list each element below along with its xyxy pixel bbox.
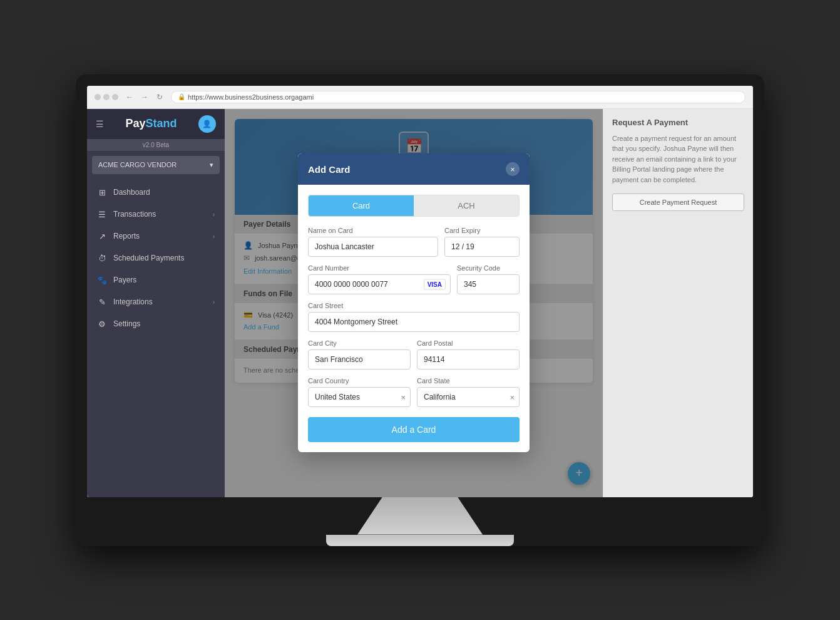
- add-card-submit-button[interactable]: Add a Card: [308, 417, 520, 442]
- card-expiry-group: Card Expiry: [444, 227, 520, 257]
- card-city-input[interactable]: [308, 349, 411, 369]
- card-postal-input[interactable]: [417, 349, 520, 369]
- card-number-label: Card Number: [308, 264, 451, 272]
- card-city-group: Card City: [308, 339, 411, 369]
- card-state-input[interactable]: [417, 387, 520, 407]
- browser-btn-close[interactable]: [95, 94, 101, 100]
- chevron-right-icon: ›: [213, 211, 215, 218]
- sidebar-item-label: Scheduled Payments: [113, 254, 184, 262]
- browser-nav: ← → ↻: [123, 91, 166, 103]
- modal-body: Card ACH Name on Card Card Expir: [298, 185, 530, 452]
- monitor-base: [326, 535, 514, 546]
- card-city-label: Card City: [308, 339, 411, 347]
- sidebar-header: ☰ PayStand 👤: [87, 109, 225, 139]
- modal-tabs: Card ACH: [308, 195, 520, 217]
- card-street-input[interactable]: [308, 312, 520, 332]
- user-avatar-icon[interactable]: 👤: [198, 115, 216, 133]
- city-postal-row: Card City Card Postal: [308, 339, 520, 369]
- right-panel-description: Create a payment request for an amount t…: [612, 133, 744, 185]
- clock-icon: ⏱: [97, 254, 107, 263]
- tab-ach[interactable]: ACH: [414, 195, 519, 216]
- browser-btn-max[interactable]: [112, 94, 118, 100]
- back-button[interactable]: ←: [123, 91, 136, 103]
- country-state-row: Card Country × Card State: [308, 377, 520, 407]
- cardnum-security-row: Card Number VISA Security Code: [308, 264, 520, 294]
- sidebar-item-label: Dashboard: [113, 188, 150, 197]
- card-postal-group: Card Postal: [417, 339, 520, 369]
- security-code-group: Security Code: [457, 264, 520, 294]
- card-country-label: Card Country: [308, 377, 411, 385]
- url-text: https://www.business2business.orgagami: [188, 93, 314, 101]
- right-panel: Request A Payment Create a payment reque…: [603, 109, 753, 497]
- visa-badge: VISA: [424, 279, 446, 290]
- vendor-selector[interactable]: ACME CARGO VENDOR ▾: [92, 156, 220, 174]
- security-code-label: Security Code: [457, 264, 520, 272]
- main-content: 📅 Customer Lifespan 0 y 10 m 7 d Payer D…: [225, 109, 603, 497]
- monitor-screen: ← → ↻ 🔒 https://www.business2business.or…: [87, 86, 753, 497]
- sidebar-item-payers[interactable]: 🐾 Payers: [87, 269, 225, 291]
- payers-icon: 🐾: [97, 276, 107, 285]
- browser-url-bar[interactable]: 🔒 https://www.business2business.orgagami: [171, 91, 745, 103]
- card-number-group: Card Number VISA: [308, 264, 451, 294]
- browser-chrome: ← → ↻ 🔒 https://www.business2business.or…: [87, 86, 753, 109]
- lock-icon: 🔒: [178, 93, 185, 100]
- modal-close-button[interactable]: ×: [506, 162, 520, 176]
- country-clear-button[interactable]: ×: [401, 393, 406, 402]
- create-payment-request-button[interactable]: Create Payment Request: [612, 194, 744, 211]
- transactions-icon: ☰: [97, 210, 107, 219]
- modal-header: Add Card ×: [298, 153, 530, 185]
- sidebar-item-label: Integrations: [113, 297, 153, 306]
- card-country-wrapper: ×: [308, 387, 411, 407]
- card-country-input[interactable]: [308, 387, 411, 407]
- sidebar-item-dashboard[interactable]: ⊞ Dashboard: [87, 182, 225, 204]
- sidebar-item-transactions[interactable]: ☰ Transactions ›: [87, 204, 225, 225]
- card-street-group: Card Street: [308, 302, 520, 332]
- card-country-group: Card Country ×: [308, 377, 411, 407]
- vendor-chevron-icon: ▾: [210, 161, 213, 169]
- card-number-wrapper: VISA: [308, 274, 451, 294]
- card-expiry-input[interactable]: [444, 237, 520, 257]
- logo: PayStand: [125, 117, 177, 130]
- state-clear-button[interactable]: ×: [510, 393, 515, 402]
- browser-buttons: [95, 94, 118, 100]
- name-on-card-input[interactable]: [308, 237, 438, 257]
- sidebar-item-label: Reports: [113, 232, 140, 240]
- sidebar-item-scheduled-payments[interactable]: ⏱ Scheduled Payments: [87, 247, 225, 269]
- hamburger-icon[interactable]: ☰: [96, 119, 104, 129]
- browser-btn-min[interactable]: [103, 94, 110, 100]
- version-badge: v2.0 Beta: [87, 139, 225, 151]
- sidebar-nav: ⊞ Dashboard ☰ Transactions › ↗ Reports ›: [87, 179, 225, 497]
- security-code-input[interactable]: [457, 274, 520, 294]
- sidebar-item-reports[interactable]: ↗ Reports ›: [87, 225, 225, 247]
- app-container: ☰ PayStand 👤 v2.0 Beta ACME CARGO VENDOR…: [87, 109, 753, 497]
- name-on-card-label: Name on Card: [308, 227, 438, 234]
- modal-overlay: Add Card × Card ACH: [225, 109, 603, 497]
- card-state-label: Card State: [417, 377, 520, 385]
- sidebar: ☰ PayStand 👤 v2.0 Beta ACME CARGO VENDOR…: [87, 109, 225, 497]
- chevron-right-icon: ›: [213, 299, 215, 306]
- card-postal-label: Card Postal: [417, 339, 520, 347]
- monitor-stand: [357, 497, 483, 535]
- settings-icon: ⚙: [97, 319, 107, 329]
- right-panel-title: Request A Payment: [612, 118, 744, 127]
- reports-icon: ↗: [97, 232, 107, 241]
- add-card-modal: Add Card × Card ACH: [298, 153, 530, 452]
- card-state-wrapper: ×: [417, 387, 520, 407]
- dashboard-icon: ⊞: [97, 188, 107, 197]
- modal-title: Add Card: [308, 164, 351, 175]
- refresh-button[interactable]: ↻: [153, 91, 166, 103]
- sidebar-item-label: Payers: [113, 276, 136, 284]
- card-expiry-label: Card Expiry: [444, 227, 520, 234]
- integrations-icon: ✎: [97, 297, 107, 307]
- monitor: ← → ↻ 🔒 https://www.business2business.or…: [76, 75, 764, 546]
- sidebar-item-settings[interactable]: ⚙ Settings: [87, 313, 225, 335]
- card-state-group: Card State ×: [417, 377, 520, 407]
- sidebar-item-integrations[interactable]: ✎ Integrations ›: [87, 291, 225, 313]
- name-on-card-group: Name on Card: [308, 227, 438, 257]
- vendor-name: ACME CARGO VENDOR: [98, 161, 177, 168]
- forward-button[interactable]: →: [138, 91, 151, 103]
- name-expiry-row: Name on Card Card Expiry: [308, 227, 520, 257]
- tab-card[interactable]: Card: [309, 195, 414, 216]
- sidebar-item-label: Settings: [113, 319, 140, 328]
- chevron-right-icon: ›: [213, 233, 215, 240]
